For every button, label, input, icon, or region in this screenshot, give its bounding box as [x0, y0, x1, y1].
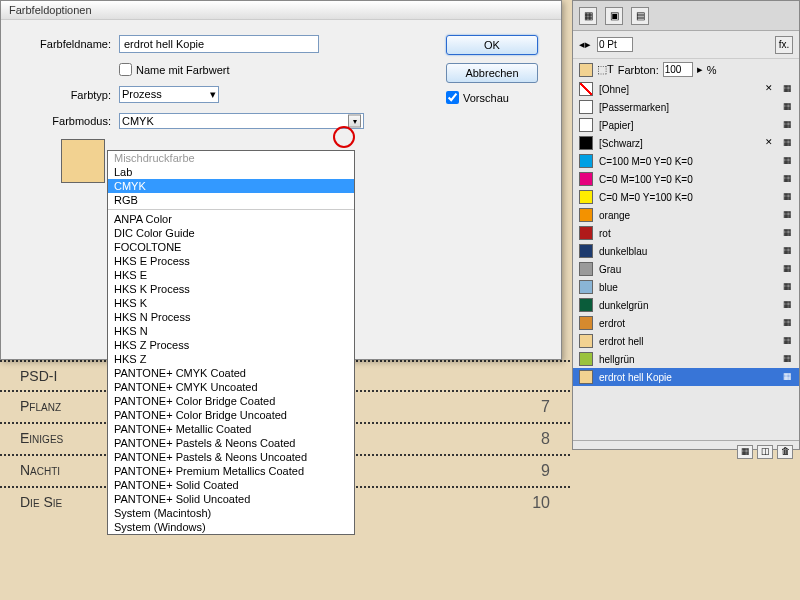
dropdown-arrow-icon[interactable]: ▾ — [348, 115, 361, 128]
swatch-name: hellgrün — [599, 354, 757, 365]
mode-option[interactable]: FOCOLTONE — [108, 240, 354, 254]
mode-option[interactable]: HKS Z Process — [108, 338, 354, 352]
swatch-item[interactable]: [Schwarz]✕▦ — [573, 134, 799, 152]
cancel-button[interactable]: Abbrechen — [446, 63, 538, 83]
arrow-icon[interactable]: ◂▸ — [579, 38, 591, 51]
swatch-color-icon — [579, 298, 593, 312]
mode-option[interactable]: PANTONE+ CMYK Uncoated — [108, 380, 354, 394]
swatch-type-icon: ▦ — [781, 191, 793, 203]
mode-option[interactable]: HKS Z — [108, 352, 354, 366]
color-mode-dropdown[interactable]: MischdruckfarbeLabCMYKRGBANPA ColorDIC C… — [107, 150, 355, 535]
mode-option[interactable]: PANTONE+ Color Bridge Uncoated — [108, 408, 354, 422]
mode-option[interactable]: PANTONE+ Solid Uncoated — [108, 492, 354, 506]
highlight-circle — [333, 126, 355, 148]
name-label: Farbfeldname: — [21, 38, 111, 50]
swatch-name: blue — [599, 282, 757, 293]
swatch-item[interactable]: orange▦ — [573, 206, 799, 224]
swatch-type-icon: ▦ — [781, 137, 793, 149]
preview-label: Vorschau — [463, 92, 509, 104]
swatch-name: rot — [599, 228, 757, 239]
swatch-color-icon — [579, 262, 593, 276]
mode-option[interactable]: ANPA Color — [108, 212, 354, 226]
mode-option[interactable]: PANTONE+ Metallic Coated — [108, 422, 354, 436]
swatch-name: erdrot hell Kopie — [599, 372, 757, 383]
swatch-item[interactable]: C=0 M=0 Y=100 K=0▦ — [573, 188, 799, 206]
fx-icon[interactable]: fx. — [775, 36, 793, 54]
swatch-name: C=100 M=0 Y=0 K=0 — [599, 156, 757, 167]
mode-option[interactable]: HKS K Process — [108, 282, 354, 296]
swatch-color-icon — [579, 370, 593, 384]
ok-button[interactable]: OK — [446, 35, 538, 55]
swatch-name: C=0 M=0 Y=100 K=0 — [599, 192, 757, 203]
mode-option[interactable]: PANTONE+ Color Bridge Coated — [108, 394, 354, 408]
swatch-item[interactable]: erdrot▦ — [573, 314, 799, 332]
swatch-item[interactable]: dunkelgrün▦ — [573, 296, 799, 314]
swatch-color-icon — [579, 82, 593, 96]
swatch-item[interactable]: dunkelblau▦ — [573, 242, 799, 260]
swatch-item[interactable]: [Papier]▦ — [573, 116, 799, 134]
swatch-item[interactable]: erdrot hell Kopie▦ — [573, 368, 799, 386]
swatch-name: [Papier] — [599, 120, 757, 131]
trash-icon[interactable]: 🗑 — [777, 445, 793, 459]
swatch-name: orange — [599, 210, 757, 221]
mode-option[interactable]: HKS K — [108, 296, 354, 310]
swatch-type-icon: ▦ — [781, 173, 793, 185]
mode-option[interactable]: HKS E — [108, 268, 354, 282]
colortype-select[interactable]: Prozess ▾ — [119, 86, 219, 103]
mode-option[interactable]: PANTONE+ Pastels & Neons Uncoated — [108, 450, 354, 464]
swatch-preview — [61, 139, 105, 183]
swatch-type-icon: ▦ — [781, 299, 793, 311]
swatch-color-icon — [579, 190, 593, 204]
swatch-type-icon: ▦ — [781, 263, 793, 275]
mode-option[interactable]: HKS E Process — [108, 254, 354, 268]
swatch-name-input[interactable] — [119, 35, 319, 53]
mode-option[interactable]: System (Macintosh) — [108, 506, 354, 520]
tint-arrow-icon[interactable]: ▸ — [697, 63, 703, 76]
dialog-title: Farbfeldoptionen — [1, 1, 561, 20]
mode-option[interactable]: Lab — [108, 165, 354, 179]
mode-option[interactable]: RGB — [108, 193, 354, 207]
text-icon[interactable]: ⬚T — [597, 63, 614, 76]
swatch-name: dunkelgrün — [599, 300, 757, 311]
swatch-type-icon: ▦ — [781, 353, 793, 365]
tint-input[interactable] — [663, 62, 693, 77]
toolbar-icon[interactable]: ▤ — [631, 7, 649, 25]
swatch-item[interactable]: rot▦ — [573, 224, 799, 242]
mode-option[interactable]: PANTONE+ Premium Metallics Coated — [108, 464, 354, 478]
swatch-name: [Ohne] — [599, 84, 757, 95]
swatches-panel: ▦ ▣ ▤ ◂▸ fx. ⬚T Farbton: ▸ % [Ohne]✕▦[Pa… — [572, 0, 800, 450]
toolbar-icon[interactable]: ▦ — [579, 7, 597, 25]
mode-option[interactable]: PANTONE+ Solid Coated — [108, 478, 354, 492]
swatch-name: C=0 M=100 Y=0 K=0 — [599, 174, 757, 185]
swatch-item[interactable]: blue▦ — [573, 278, 799, 296]
name-with-value-checkbox[interactable] — [119, 63, 132, 76]
new-icon[interactable]: ◫ — [757, 445, 773, 459]
swatch-item[interactable]: [Passermarken]▦ — [573, 98, 799, 116]
swatch-item[interactable]: hellgrün▦ — [573, 350, 799, 368]
swatch-name: [Passermarken] — [599, 102, 757, 113]
toolbar-icon[interactable]: ▣ — [605, 7, 623, 25]
mode-option[interactable]: System (Windows) — [108, 520, 354, 534]
swatch-color-icon — [579, 154, 593, 168]
mode-option[interactable]: PANTONE+ CMYK Coated — [108, 366, 354, 380]
swatch-item[interactable]: C=100 M=0 Y=0 K=0▦ — [573, 152, 799, 170]
swatch-type-icon: ▦ — [781, 317, 793, 329]
new-swatch-icon[interactable]: ▦ — [737, 445, 753, 459]
swatch-type-icon: ▦ — [781, 245, 793, 257]
mode-option[interactable]: DIC Color Guide — [108, 226, 354, 240]
stroke-weight-input[interactable] — [597, 37, 633, 52]
swatch-color-icon — [579, 334, 593, 348]
mode-option[interactable]: PANTONE+ Pastels & Neons Coated — [108, 436, 354, 450]
preview-checkbox[interactable] — [446, 91, 459, 104]
color-mode-select[interactable]: CMYK ▾ — [119, 113, 364, 129]
swatch-item[interactable]: erdrot hell▦ — [573, 332, 799, 350]
swatch-color-icon — [579, 226, 593, 240]
swatch-color-icon — [579, 118, 593, 132]
mode-option[interactable]: CMYK — [108, 179, 354, 193]
swatch-item[interactable]: C=0 M=100 Y=0 K=0▦ — [573, 170, 799, 188]
swatch-type-icon: ▦ — [781, 227, 793, 239]
mode-option[interactable]: HKS N — [108, 324, 354, 338]
swatch-item[interactable]: [Ohne]✕▦ — [573, 80, 799, 98]
mode-option[interactable]: HKS N Process — [108, 310, 354, 324]
swatch-item[interactable]: Grau▦ — [573, 260, 799, 278]
